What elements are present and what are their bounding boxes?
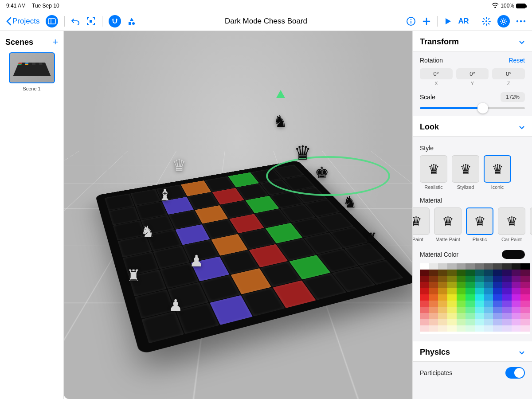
material-option-label: Alum — [530, 237, 532, 242]
chevron-down-icon — [519, 349, 525, 356]
material-option[interactable]: ♛ — [434, 207, 462, 235]
add-button[interactable] — [422, 17, 431, 26]
style-option-stylized[interactable]: ♛ — [452, 155, 479, 183]
status-time: 9:41 AM — [6, 3, 26, 9]
rotation-z-input[interactable]: 0° — [492, 68, 525, 79]
svg-marker-3 — [130, 18, 133, 21]
participates-label: Participates — [420, 369, 452, 376]
material-option[interactable]: ♛ — [530, 207, 532, 235]
svg-rect-4 — [129, 22, 131, 25]
sidebar-toggle-button[interactable] — [46, 15, 58, 27]
toolbar-divider — [64, 16, 65, 27]
style-option-label: Stylized — [452, 184, 479, 190]
chess-piece-icon: ♟ — [168, 296, 183, 315]
rotation-y-input[interactable]: 0° — [456, 68, 489, 79]
color-picker-grid[interactable] — [420, 263, 530, 334]
add-scene-button[interactable]: + — [52, 36, 58, 48]
wifi-icon — [492, 3, 499, 9]
scene-name: Scene 1 — [5, 86, 58, 91]
material-color-swatch[interactable] — [502, 250, 525, 259]
rotation-x-input[interactable]: 0° — [420, 68, 453, 79]
ar-button[interactable]: AR — [458, 17, 469, 26]
axis-label-y: Y — [456, 81, 489, 86]
svg-point-21 — [502, 20, 505, 23]
transform-section-header[interactable]: Transform — [413, 31, 532, 51]
focus-object-button[interactable] — [86, 16, 96, 26]
shapes-button[interactable] — [127, 17, 136, 26]
rotation-label: Rotation — [420, 57, 443, 64]
scene-thumbnail[interactable] — [9, 52, 55, 83]
magnet-button[interactable] — [109, 15, 121, 27]
style-option-realistic[interactable]: ♛ — [420, 155, 447, 183]
toolbar-divider — [102, 16, 102, 27]
material-option-label: Plastic — [466, 237, 493, 242]
material-option[interactable]: ♛ — [498, 207, 525, 235]
svg-line-20 — [489, 18, 489, 19]
chevron-down-icon — [519, 39, 525, 46]
transform-heading: Transform — [420, 37, 459, 47]
toolbar-divider — [475, 16, 475, 27]
battery-icon — [516, 4, 526, 8]
chess-piece-icon: ♞ — [141, 223, 155, 241]
material-label: Material — [420, 197, 525, 204]
scale-slider[interactable] — [420, 107, 525, 109]
chess-piece-icon: ♛ — [172, 156, 186, 175]
material-option-label: Car Paint — [498, 237, 525, 242]
scale-value[interactable]: 172% — [501, 92, 525, 102]
scenes-heading: Scenes — [5, 38, 33, 47]
material-option-label: Matte Paint — [434, 237, 462, 242]
participates-toggle[interactable] — [505, 367, 525, 379]
style-option-label: Realistic — [420, 184, 447, 190]
chess-piece-icon: ♜ — [126, 266, 141, 285]
look-section-header[interactable]: Look — [413, 116, 532, 137]
undo-button[interactable] — [71, 17, 80, 25]
style-option-label: Iconic — [484, 184, 511, 190]
style-option-iconic[interactable]: ♛ — [484, 155, 511, 183]
look-heading: Look — [420, 122, 439, 132]
svg-point-22 — [516, 20, 518, 22]
y-axis-gizmo-icon[interactable] — [276, 90, 285, 98]
physics-section-header[interactable]: Physics — [413, 341, 532, 362]
scale-label: Scale — [420, 94, 435, 101]
svg-point-24 — [524, 20, 525, 22]
info-button[interactable] — [406, 16, 416, 26]
viewport-3d[interactable]: ♜ ♞ ♝ ♛ ♟ ♟ ♛ ♚ ♞ ♞ ♜ — [64, 31, 412, 399]
rotation-reset-button[interactable]: Reset — [509, 57, 525, 64]
svg-line-18 — [489, 23, 489, 24]
axis-label-z: Z — [492, 81, 525, 86]
svg-line-19 — [484, 23, 485, 24]
svg-point-5 — [132, 22, 135, 25]
svg-point-23 — [520, 20, 522, 22]
toolbar-divider — [437, 16, 438, 27]
svg-rect-2 — [90, 20, 92, 23]
chess-piece-icon: ♜ — [364, 230, 378, 248]
svg-marker-11 — [446, 18, 451, 24]
back-button[interactable]: Projects — [6, 17, 39, 26]
more-button[interactable] — [516, 20, 526, 23]
material-option[interactable]: ♛ — [466, 207, 493, 235]
material-color-label: Material Color — [420, 251, 458, 258]
status-bar: 9:41 AM Tue Sep 10 100% — [0, 0, 532, 12]
material-option[interactable]: ♛ — [412, 207, 430, 235]
svg-line-17 — [484, 18, 485, 19]
svg-rect-0 — [48, 19, 55, 24]
chess-piece-icon: ♞ — [343, 193, 357, 211]
chess-piece-icon: ♞ — [273, 112, 287, 131]
svg-point-12 — [485, 20, 487, 22]
settings-gear-button[interactable] — [497, 15, 510, 27]
chess-piece-icon: ♟ — [189, 252, 203, 270]
physics-heading: Physics — [420, 348, 450, 357]
style-label: Style — [420, 145, 525, 152]
svg-point-7 — [411, 19, 411, 20]
page-title: Dark Mode Chess Board — [225, 17, 307, 26]
inspector-panel: Transform Rotation Reset 0°X 0°Y 0°Z Sca… — [412, 31, 532, 399]
chess-piece-icon: ♛ — [294, 141, 311, 164]
effects-button[interactable] — [481, 16, 491, 26]
toolbar: Projects Dark Mode Chess Board A — [0, 12, 532, 31]
back-label: Projects — [12, 17, 39, 26]
material-option-label: y Paint — [412, 237, 430, 242]
battery-pct: 100% — [501, 3, 514, 9]
status-date: Tue Sep 10 — [32, 3, 59, 9]
chevron-down-icon — [519, 124, 525, 131]
play-button[interactable] — [444, 17, 452, 25]
